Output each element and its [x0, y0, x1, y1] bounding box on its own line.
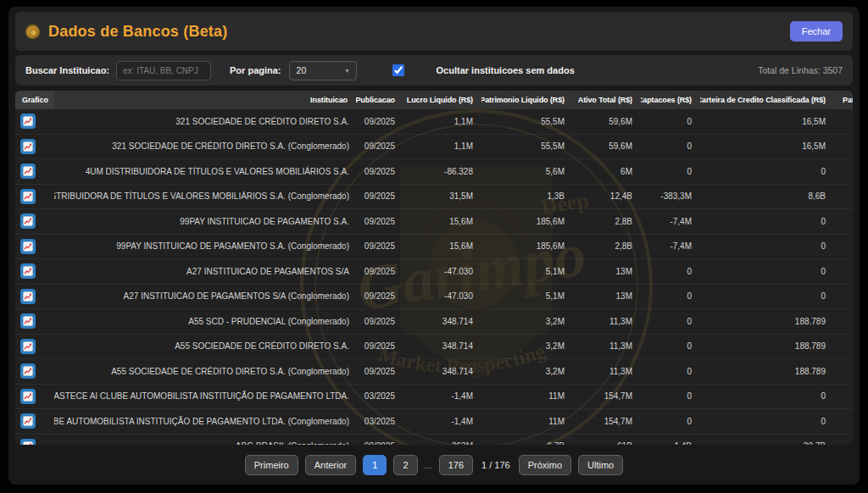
table-body: 321 SOCIEDADE DE CRÉDITO DIRETO S.A. 09/… — [15, 109, 853, 445]
patrimonio-liquido-cell: 6,7B — [481, 435, 573, 446]
pagination-ellipsis: ... — [425, 460, 432, 470]
patrimonio-liquido-cell: 185,6M — [481, 235, 573, 259]
publicacao-cell: 09/2025 — [356, 435, 403, 446]
captacoes-cell: 0 — [641, 335, 700, 359]
publicacao-cell: 09/2025 — [356, 109, 403, 134]
patrimonio-liquido-cell: 55,5M — [481, 109, 573, 134]
ativo-total-cell: 154,7M — [573, 385, 641, 409]
grafico-cell — [15, 259, 54, 284]
chevron-down-icon: ▾ — [346, 67, 349, 75]
table-row: 99PAY INSTITUICAO DE PAGAMENTO S.A. (Con… — [15, 235, 853, 260]
captacoes-cell: -383,3M — [641, 185, 700, 209]
ativo-total-cell: 6M — [573, 159, 641, 184]
hide-empty-checkbox[interactable] — [392, 64, 404, 76]
prev-page-button[interactable]: Anterior — [305, 455, 357, 475]
open-chart-button[interactable] — [20, 114, 36, 129]
publicacao-cell: 09/2025 — [356, 135, 403, 159]
patrimonio-referencia-cell — [834, 135, 853, 159]
lucro-liquido-cell: -1,4M — [403, 409, 481, 434]
captacoes-cell: 0 — [641, 409, 700, 434]
patrimonio-referencia-cell — [834, 159, 853, 184]
page-button-2[interactable]: 2 — [393, 455, 417, 475]
per-page-select[interactable]: 20 ▾ — [289, 61, 357, 80]
table-header-row: Grafico Instituicao Publicacao Lucro Liq… — [15, 91, 853, 109]
captacoes-cell: 0 — [641, 109, 700, 134]
open-chart-button[interactable] — [20, 413, 36, 429]
institution-cell: 321 SOCIEDADE DE CRÉDITO DIRETO S.A. — [54, 109, 356, 134]
column-header-carteira: Carteira de Credito Classificada (R$) — [700, 91, 834, 109]
next-page-button[interactable]: Próximo — [519, 455, 571, 475]
open-chart-button[interactable] — [20, 139, 36, 154]
first-page-button[interactable]: Primeiro — [245, 455, 298, 475]
page-button-last[interactable]: 176 — [439, 455, 473, 475]
line-chart-icon — [23, 316, 33, 326]
table-row: A55 SOCIEDADE DE CRÉDITO DIRETO S.A. 09/… — [15, 335, 853, 360]
grafico-cell — [15, 309, 54, 334]
lucro-liquido-cell: -47.030 — [403, 259, 481, 284]
ativo-total-cell: 13M — [573, 285, 641, 309]
line-chart-icon — [23, 166, 33, 176]
open-chart-button[interactable] — [20, 289, 36, 304]
publicacao-cell: 09/2025 — [356, 259, 403, 284]
ativo-total-cell: 59,6M — [573, 109, 641, 134]
search-input[interactable] — [116, 61, 211, 80]
patrimonio-referencia-cell — [834, 209, 853, 234]
title-bar: Dados de Bancos (Beta) Fechar — [15, 12, 853, 51]
grafico-cell — [15, 335, 54, 359]
publicacao-cell: 09/2025 — [356, 185, 403, 209]
open-chart-button[interactable] — [20, 389, 36, 404]
last-page-button[interactable]: Ultimo — [578, 455, 623, 475]
open-chart-button[interactable] — [20, 163, 36, 179]
table-row: A27 INSTITUICAO DE PAGAMENTOS S/A 09/202… — [15, 259, 853, 285]
patrimonio-liquido-cell: 3,2M — [481, 359, 573, 384]
patrimonio-referencia-cell — [834, 109, 853, 134]
grafico-cell — [15, 435, 54, 446]
open-chart-button[interactable] — [20, 339, 36, 354]
captacoes-cell: 0 — [641, 309, 700, 334]
open-chart-button[interactable] — [20, 439, 36, 445]
patrimonio-referencia-cell — [834, 335, 853, 359]
open-chart-button[interactable] — [20, 363, 36, 379]
open-chart-button[interactable] — [20, 263, 36, 279]
institution-cell: ABASTECE AI CLUBE AUTOMOBILISTA INSTITUI… — [54, 409, 356, 434]
per-page-label: Por pagina: — [230, 65, 281, 75]
ativo-total-cell: 13M — [573, 259, 641, 284]
lucro-liquido-cell: -47.030 — [403, 285, 481, 309]
lucro-liquido-cell: 15,6M — [403, 209, 481, 234]
table-row: 4UM DISTRIBUIDORA DE TÍTULOS E VALORES M… — [15, 185, 853, 210]
open-chart-button[interactable] — [20, 313, 36, 329]
column-header-patrimonio-truncated: Patrim — [834, 91, 853, 109]
grafico-cell — [15, 359, 54, 384]
close-button[interactable]: Fechar — [790, 21, 843, 42]
institution-cell: 321 SOCIEDADE DE CRÉDITO DIRETO S.A. (Co… — [54, 135, 356, 159]
institution-cell: 99PAY INSTITUICAO DE PAGAMENTO S.A. — [54, 209, 356, 234]
grafico-cell — [15, 185, 54, 209]
page-title: Dados de Bancos (Beta) — [48, 23, 227, 41]
carteira-credito-cell: 8,6B — [700, 185, 834, 209]
ativo-total-cell: 59,6M — [573, 135, 641, 159]
carteira-credito-cell: 16,5M — [700, 109, 834, 134]
carteira-credito-cell: 0 — [700, 285, 834, 309]
grafico-cell — [15, 109, 54, 134]
publicacao-cell: 09/2025 — [356, 359, 403, 384]
lucro-liquido-cell: 348.714 — [403, 359, 481, 384]
grafico-cell — [15, 285, 54, 309]
captacoes-cell: 0 — [641, 359, 700, 384]
page-button-1[interactable]: 1 — [363, 455, 387, 475]
carteira-credito-cell: 16,5M — [700, 135, 834, 159]
patrimonio-referencia-cell — [834, 259, 853, 284]
open-chart-button[interactable] — [20, 189, 36, 204]
carteira-credito-cell: 0 — [700, 159, 834, 184]
carteira-credito-cell: 20,7B — [700, 435, 834, 446]
captacoes-cell: 0 — [641, 385, 700, 409]
open-chart-button[interactable] — [20, 213, 36, 229]
table-row: ABASTECE AI CLUBE AUTOMOBILISTA INSTITUI… — [15, 385, 853, 410]
open-chart-button[interactable] — [20, 239, 36, 254]
carteira-credito-cell: 0 — [700, 409, 834, 434]
table-row: 321 SOCIEDADE DE CRÉDITO DIRETO S.A. (Co… — [15, 135, 853, 160]
lucro-liquido-cell: 15,6M — [403, 235, 481, 259]
line-chart-icon — [23, 366, 33, 376]
grafico-cell — [15, 235, 54, 259]
patrimonio-liquido-cell: 5,1M — [481, 285, 573, 309]
table-row: 99PAY INSTITUICAO DE PAGAMENTO S.A. 09/2… — [15, 209, 853, 235]
